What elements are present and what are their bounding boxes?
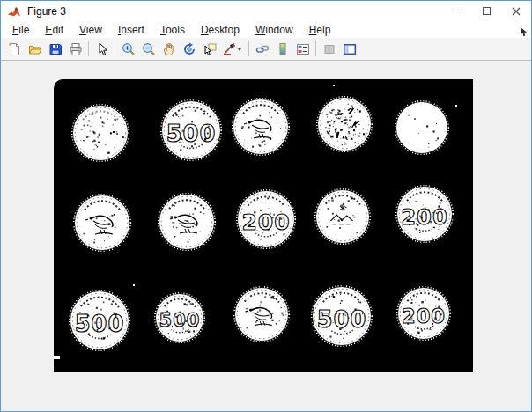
insert-legend-button[interactable] [292, 40, 313, 58]
menu-item-window[interactable]: Window [248, 23, 301, 37]
zoom-in-icon [122, 42, 136, 56]
legend-icon [296, 42, 310, 56]
colorbar-icon [276, 42, 290, 56]
data-cursor-button[interactable] [199, 40, 219, 58]
svg-text:200: 200 [241, 210, 290, 235]
toolbar-separator [115, 41, 115, 56]
window-controls [441, 1, 531, 21]
dock-figure-icon [343, 42, 357, 56]
titlebar: Figure 3 [1, 1, 531, 21]
link-plot-button[interactable] [252, 40, 272, 58]
zoom-out-button[interactable] [138, 40, 159, 58]
maximize-icon [483, 7, 491, 15]
window-title: Figure 3 [27, 5, 441, 18]
menu-item-edit[interactable]: Edit [37, 23, 71, 37]
print-figure-icon [69, 42, 83, 56]
rotate-3d-button[interactable] [179, 40, 199, 58]
edit-plot-button[interactable] [92, 40, 112, 58]
pan-button[interactable] [159, 40, 179, 58]
save-figure-icon [48, 42, 63, 56]
pointer-arrow-icon [95, 42, 109, 56]
pan-hand-icon [162, 42, 176, 56]
toolbar-separator [315, 41, 316, 56]
open-file-icon [28, 42, 42, 56]
hide-plot-tools-icon [322, 42, 336, 56]
binary-coin-image[interactable]: 500200200500500500200 [54, 79, 473, 372]
menu-item-tools[interactable]: Tools [152, 23, 193, 37]
matlab-logo-icon [7, 4, 21, 18]
menu-item-help[interactable]: Help [301, 23, 339, 37]
new-figure-icon [8, 42, 22, 56]
insert-colorbar-button[interactable] [272, 40, 292, 58]
close-button[interactable] [501, 1, 531, 21]
svg-text:500: 500 [75, 311, 125, 337]
rotate-3d-icon [182, 42, 196, 56]
new-figure-button[interactable] [4, 40, 25, 58]
link-plot-icon [255, 42, 270, 56]
maximize-button[interactable] [471, 1, 501, 21]
brush-icon [223, 42, 242, 56]
toolbar-separator [248, 41, 249, 56]
figure-toolbar [1, 38, 531, 61]
zoom-in-button[interactable] [118, 40, 138, 58]
brush-data-button[interactable] [219, 40, 246, 58]
mouse-cursor [520, 25, 528, 34]
show-plot-tools-dock-button[interactable] [339, 40, 359, 58]
menu-item-insert[interactable]: Insert [110, 23, 152, 37]
save-figure-button[interactable] [45, 40, 65, 58]
toolbar-separator [88, 41, 89, 56]
close-icon [512, 7, 521, 16]
hide-plot-tools-button[interactable] [319, 40, 339, 58]
minimize-icon [452, 11, 461, 11]
menubar: FileEditViewInsertToolsDesktopWindowHelp [1, 21, 531, 38]
open-file-button[interactable] [25, 40, 45, 58]
menu-item-file[interactable]: File [4, 23, 37, 37]
print-figure-button[interactable] [65, 40, 85, 58]
data-cursor-icon [203, 42, 217, 56]
figure-window: Figure 3 FileEditViewInsertToolsDesktopW… [0, 0, 532, 412]
menu-item-desktop[interactable]: Desktop [193, 23, 248, 37]
figure-canvas: 500200200500500500200 [1, 61, 531, 411]
menu-item-view[interactable]: View [71, 23, 110, 37]
zoom-out-icon [142, 42, 156, 56]
minimize-button[interactable] [441, 1, 471, 21]
